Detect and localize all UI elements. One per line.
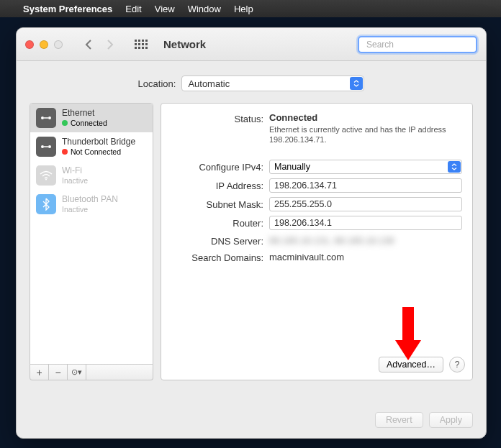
sidebar-item-label: Thunderbolt Bridge [62,137,135,147]
revert-button[interactable]: Revert [375,412,423,428]
svg-point-6 [48,145,51,148]
chevron-updown-icon [350,77,363,90]
nav-buttons [78,36,120,53]
svg-point-5 [41,145,44,148]
show-all-icon[interactable] [135,40,148,49]
sidebar-item-wifi[interactable]: Wi-Fi Inactive [30,161,153,190]
apply-button[interactable]: Apply [429,412,473,428]
location-row: Location: Automatic [17,61,486,103]
remove-button[interactable]: − [49,365,68,380]
menu-help[interactable]: Help [234,4,253,14]
forward-button[interactable] [100,36,120,53]
configure-select[interactable]: Manually [269,160,462,174]
chevron-updown-icon [448,161,461,173]
wifi-icon [36,165,56,186]
help-button[interactable]: ? [449,357,465,372]
menu-edit[interactable]: Edit [125,4,141,14]
search-field[interactable] [358,36,477,53]
status-dot-icon [62,149,68,155]
network-list: Ethernet Connected Thunderbolt Bridge No… [30,103,153,365]
sidebar-item-status: Not Connected [71,147,121,156]
sidebar-item-bluetooth[interactable]: Bluetooth PAN Inactive [30,190,153,219]
subnet-label: Subnet Mask: [171,198,269,210]
ethernet-icon [36,108,56,128]
status-description: Ethernet is currently active and has the… [269,124,462,145]
menu-window[interactable]: Window [188,4,221,14]
menubar: System Preferences Edit View Window Help [0,0,501,17]
configure-value: Manually [274,162,310,172]
svg-point-3 [48,116,51,119]
location-value: Automatic [188,78,230,89]
sidebar-item-label: Wi-Fi [62,166,88,176]
router-input[interactable] [269,216,462,230]
status-label: Status: [171,112,269,124]
advanced-button[interactable]: Advanced… [379,357,443,372]
app-menu[interactable]: System Preferences [23,4,112,14]
sidebar-item-ethernet[interactable]: Ethernet Connected [30,104,153,132]
window-title: Network [163,38,206,50]
content: Ethernet Connected Thunderbolt Bridge No… [17,103,486,380]
sidebar-item-thunderbolt[interactable]: Thunderbolt Bridge Not Connected [30,132,153,161]
close-button[interactable] [25,40,34,49]
ip-label: IP Address: [171,179,269,191]
minimize-button[interactable] [40,40,48,49]
list-footer: + − ⊙▾ [30,365,153,380]
sidebar-item-status: Connected [71,119,107,127]
back-button[interactable] [78,36,99,53]
svg-point-8 [45,179,47,180]
svg-point-2 [41,116,44,119]
subnet-input[interactable] [269,197,462,211]
preferences-window: Network Location: Automatic [16,27,487,439]
ip-input[interactable] [269,178,462,193]
sidebar-item-status: Inactive [62,176,88,185]
traffic-lights [25,40,63,49]
details-pane: Status: Connected Ethernet is currently … [161,103,473,380]
sidebar-item-label: Bluetooth PAN [62,195,118,205]
dns-label: DNS Server: [171,234,269,247]
sidebar-item-label: Ethernet [62,109,107,119]
status-value: Connected [269,112,462,123]
zoom-button [54,40,63,49]
search-domains-value: macminivault.com [269,252,462,262]
router-label: Router: [171,216,269,229]
bluetooth-icon [36,194,56,214]
search-domains-label: Search Domains: [171,251,269,263]
configure-label: Configure IPv4: [171,160,269,173]
location-label: Location: [138,78,176,89]
bottom-bar: Revert Apply [375,412,473,428]
status-dot-icon [62,120,68,126]
add-button[interactable]: + [30,365,49,380]
dns-value: 88.185.18.131, 88.185.18.138 [269,235,462,246]
titlebar: Network [17,28,486,61]
ethernet-icon [36,137,56,157]
search-input[interactable] [366,40,474,50]
menu-view[interactable]: View [155,4,175,14]
sidebar: Ethernet Connected Thunderbolt Bridge No… [30,103,153,380]
location-select[interactable]: Automatic [181,76,364,91]
sidebar-item-status: Inactive [62,205,118,214]
more-button[interactable]: ⊙▾ [68,365,86,380]
